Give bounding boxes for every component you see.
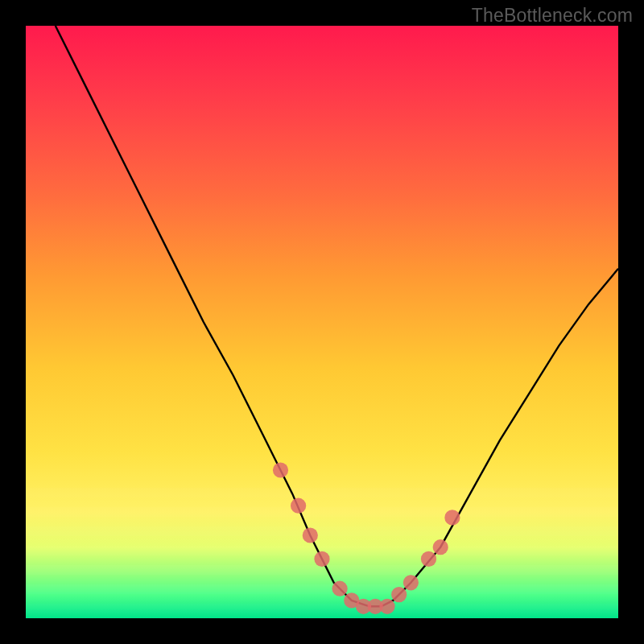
curve-markers-group [273, 462, 460, 614]
chart-svg [26, 26, 618, 618]
curve-marker [421, 551, 436, 567]
curve-marker [314, 551, 329, 567]
curve-marker [403, 575, 419, 590]
chart-frame: TheBottleneck.com [0, 0, 644, 644]
bottleneck-curve-line [56, 26, 618, 606]
curve-marker [379, 599, 394, 614]
watermark-text: TheBottleneck.com [472, 5, 633, 27]
curve-marker [332, 581, 348, 597]
curve-marker [291, 498, 306, 514]
curve-marker [273, 462, 288, 477]
curve-marker [391, 587, 407, 602]
plot-area [26, 26, 618, 618]
curve-marker [433, 539, 448, 555]
curve-marker [444, 510, 460, 525]
curve-marker [303, 527, 318, 543]
